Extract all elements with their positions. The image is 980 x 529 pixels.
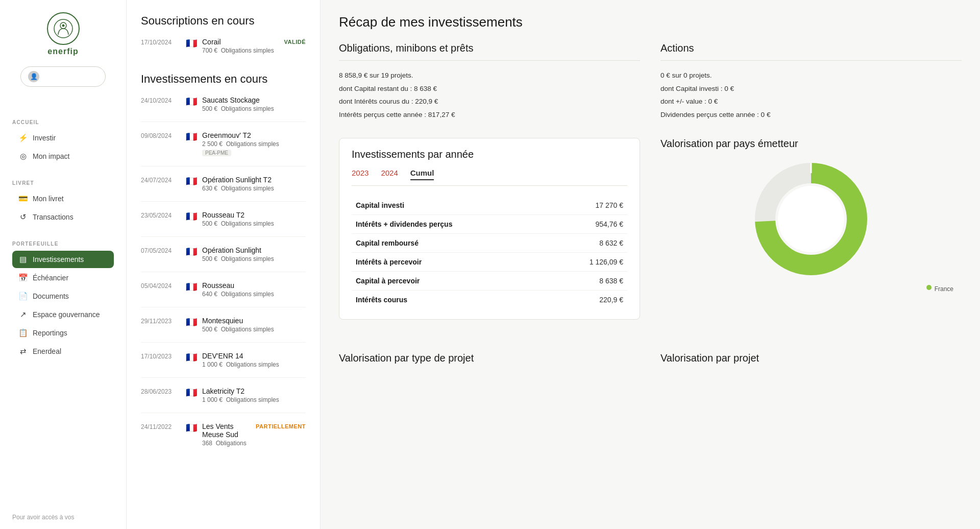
valorisation-type-section: Valorisation par type de projet bbox=[339, 352, 640, 372]
stats-label: Capital remboursé bbox=[356, 239, 419, 247]
par-annee-section: Investissements par année 2023 2024 Cumu… bbox=[339, 138, 640, 320]
sidebar-item-label: Transactions bbox=[33, 213, 74, 221]
recap-obligations: Obligations, minibons et prêts 8 858,9 €… bbox=[339, 42, 640, 122]
list-item[interactable]: 29/11/2023 🇫🇷 Montesquieu 500 € Obligati… bbox=[141, 317, 306, 343]
tab-2024[interactable]: 2024 bbox=[381, 169, 398, 180]
inv-details: Montesquieu 500 € Obligations simples bbox=[202, 317, 306, 333]
valorisation-type-title: Valorisation par type de projet bbox=[339, 352, 640, 364]
inv-name: Corail bbox=[202, 38, 279, 46]
sidebar-item-documents[interactable]: 📄 Documents bbox=[12, 287, 114, 305]
recap-grid: Obligations, minibons et prêts 8 858,9 €… bbox=[339, 42, 962, 122]
souscriptions-section: Souscriptions en cours 17/10/2024 🇫🇷 Cor… bbox=[141, 14, 306, 63]
nav-section-title-accueil: ACCUEIL bbox=[12, 119, 114, 125]
obligations-info: 8 858,9 € sur 19 projets. dont Capital r… bbox=[339, 69, 640, 122]
logo-icon bbox=[47, 12, 80, 45]
inv-date: 24/11/2022 bbox=[141, 422, 181, 430]
sidebar-item-echeancier[interactable]: 📅 Échéancier bbox=[12, 269, 114, 286]
inv-date: 24/10/2024 bbox=[141, 96, 181, 104]
nav-accueil: ACCUEIL ⚡ Investir ◎ Mon impact bbox=[0, 105, 126, 166]
table-row: Intérêts + dividendes perçus 954,76 € bbox=[352, 215, 627, 234]
tab-2023[interactable]: 2023 bbox=[352, 169, 369, 180]
list-item[interactable]: 24/07/2024 🇫🇷 Opération Sunlight T2 630 … bbox=[141, 176, 306, 202]
flag-icon: 🇫🇷 bbox=[186, 317, 197, 328]
valorisation-pays-title: Valorisation par pays émetteur bbox=[660, 138, 962, 150]
flag-icon: 🇫🇷 bbox=[186, 281, 197, 293]
investissements-section: Investissements en cours 24/10/2024 🇫🇷 S… bbox=[141, 73, 306, 456]
inv-name: Greenmouv' T2 bbox=[202, 131, 306, 139]
inv-amount: 500 € Obligations simples bbox=[202, 326, 306, 333]
list-item[interactable]: 24/11/2022 🇫🇷 Les Vents Meuse Sud 368 Ob… bbox=[141, 422, 306, 456]
list-item[interactable]: 07/05/2024 🇫🇷 Opération Sunlight 500 € O… bbox=[141, 246, 306, 272]
sidebar-item-label: Échéancier bbox=[33, 274, 68, 282]
inv-details: Greenmouv' T2 2 500 € Obligations simple… bbox=[202, 131, 306, 157]
nav-portefeuille: PORTEFEUILLE ▤ Investissements 📅 Échéanc… bbox=[0, 227, 126, 361]
inv-date: 17/10/2024 bbox=[141, 38, 181, 46]
stats-label: Intérêts à percevoir bbox=[356, 258, 422, 266]
tab-cumul[interactable]: Cumul bbox=[410, 169, 434, 180]
sidebar-item-investissements[interactable]: ▤ Investissements bbox=[12, 251, 114, 268]
livret-icon: 💳 bbox=[18, 194, 28, 203]
souscriptions-title: Souscriptions en cours bbox=[141, 14, 306, 28]
inv-name: Saucats Stockage bbox=[202, 96, 306, 104]
bottom-grid: Valorisation par type de projet Valorisa… bbox=[339, 352, 962, 372]
sidebar-item-transactions[interactable]: ↺ Transactions bbox=[12, 208, 114, 226]
valorisation-pays-chart: France bbox=[660, 158, 962, 293]
deal-icon: ⇄ bbox=[18, 347, 28, 356]
sidebar-item-mon-livret[interactable]: 💳 Mon livret bbox=[12, 190, 114, 207]
actions-title: Actions bbox=[660, 42, 962, 61]
footer-text: Pour avoir accès à vos bbox=[12, 514, 74, 521]
stats-value: 8 632 € bbox=[599, 239, 623, 247]
obligations-interets-courus: dont Intérêts courus du : 220,9 € bbox=[339, 95, 640, 108]
inv-details: Laketricity T2 1 000 € Obligations simpl… bbox=[202, 387, 306, 403]
sidebar-item-investir[interactable]: ⚡ Investir bbox=[12, 129, 114, 147]
flag-icon: 🇫🇷 bbox=[186, 246, 197, 257]
actions-value: dont +/- value : 0 € bbox=[660, 95, 962, 108]
inv-name: Opération Sunlight bbox=[202, 246, 306, 254]
sidebar-item-espace-gouvernance[interactable]: ↗ Espace gouvernance bbox=[12, 306, 114, 323]
inv-amount: 500 € Obligations simples bbox=[202, 105, 306, 112]
donut-chart-svg bbox=[750, 158, 872, 280]
recap-title: Récap de mes investissements bbox=[339, 14, 962, 30]
sidebar-item-label: Mon livret bbox=[33, 195, 64, 203]
inv-tag: PEA-PME bbox=[202, 150, 231, 156]
sidebar-footer: Pour avoir accès à vos bbox=[0, 506, 126, 529]
list-item[interactable]: 17/10/2023 🇫🇷 DEV'ENR 14 1 000 € Obligat… bbox=[141, 352, 306, 378]
list-item[interactable]: 05/04/2024 🇫🇷 Rousseau 640 € Obligations… bbox=[141, 281, 306, 307]
flag-icon: 🇫🇷 bbox=[186, 422, 197, 434]
sidebar-item-enerdeal[interactable]: ⇄ Enerdeal bbox=[12, 343, 114, 360]
lightning-icon: ⚡ bbox=[18, 133, 28, 142]
flag-icon: 🇫🇷 bbox=[186, 96, 197, 107]
inv-name: Rousseau T2 bbox=[202, 211, 306, 219]
stats-table: Capital investi 17 270 € Intérêts + divi… bbox=[352, 196, 627, 309]
list-item[interactable]: 28/06/2023 🇫🇷 Laketricity T2 1 000 € Obl… bbox=[141, 387, 306, 413]
calendar-icon: 📅 bbox=[18, 273, 28, 282]
list-item[interactable]: 24/10/2024 🇫🇷 Saucats Stockage 500 € Obl… bbox=[141, 96, 306, 122]
stats-value: 17 270 € bbox=[596, 201, 624, 209]
list-item[interactable]: 23/05/2024 🇫🇷 Rousseau T2 500 € Obligati… bbox=[141, 211, 306, 237]
report-icon: 📋 bbox=[18, 328, 28, 338]
sidebar-item-reportings[interactable]: 📋 Reportings bbox=[12, 324, 114, 342]
inv-details: Opération Sunlight 500 € Obligations sim… bbox=[202, 246, 306, 262]
list-item[interactable]: 09/08/2024 🇫🇷 Greenmouv' T2 2 500 € Obli… bbox=[141, 131, 306, 166]
nav-section-title-portefeuille: PORTEFEUILLE bbox=[12, 241, 114, 247]
inv-amount: 500 € Obligations simples bbox=[202, 220, 306, 227]
portfolio-icon: ▤ bbox=[18, 255, 28, 264]
recap-actions: Actions 0 € sur 0 projets. dont Capital … bbox=[660, 42, 962, 122]
inv-details: Saucats Stockage 500 € Obligations simpl… bbox=[202, 96, 306, 112]
external-icon: ↗ bbox=[18, 310, 28, 319]
tabs-row: 2023 2024 Cumul bbox=[352, 169, 627, 186]
flag-icon: 🇫🇷 bbox=[186, 131, 197, 142]
sidebar-item-mon-impact[interactable]: ◎ Mon impact bbox=[12, 148, 114, 165]
badge-partial: PARTIELLEMENT bbox=[256, 422, 306, 429]
inv-date: 29/11/2023 bbox=[141, 317, 181, 325]
search-bar[interactable]: 👤 bbox=[20, 66, 106, 87]
inv-details: DEV'ENR 14 1 000 € Obligations simples bbox=[202, 352, 306, 368]
main-content: Souscriptions en cours 17/10/2024 🇫🇷 Cor… bbox=[127, 0, 980, 529]
inv-details: Corail 700 € Obligations simples bbox=[202, 38, 279, 54]
inv-date: 05/04/2024 bbox=[141, 281, 181, 290]
sidebar-item-label: Investir bbox=[33, 134, 56, 142]
inv-name: Laketricity T2 bbox=[202, 387, 306, 395]
list-item[interactable]: 17/10/2024 🇫🇷 Corail 700 € Obligations s… bbox=[141, 38, 306, 63]
flag-icon: 🇫🇷 bbox=[186, 211, 197, 222]
table-row: Capital à percevoir 8 638 € bbox=[352, 272, 627, 291]
